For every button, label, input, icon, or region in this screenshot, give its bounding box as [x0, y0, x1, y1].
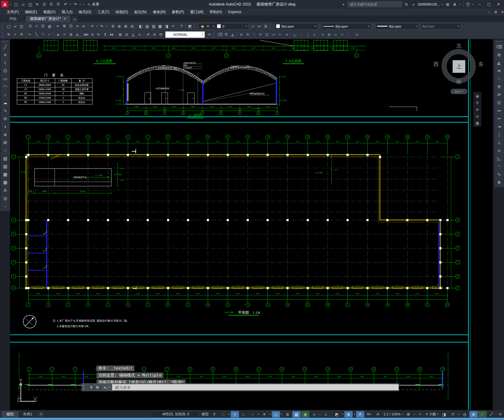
- trim2-icon[interactable]: ✂: [277, 31, 283, 38]
- mark-edit-icon[interactable]: ✎: [6, 31, 12, 38]
- ellipse-arc-icon[interactable]: ◖: [1, 123, 9, 131]
- dim-inspect-icon[interactable]: ◬: [130, 31, 136, 38]
- command-drag-handle[interactable]: [83, 385, 87, 390]
- copy-clip-icon[interactable]: ⧉: [61, 23, 68, 29]
- array-icon[interactable]: ∷: [495, 75, 503, 83]
- table-icon[interactable]: ▦: [1, 178, 9, 186]
- quick-calc-icon[interactable]: ⌗: [170, 23, 176, 29]
- insert-block-icon[interactable]: ⧈: [1, 131, 9, 138]
- offset-icon[interactable]: ≋: [495, 67, 503, 75]
- search-icon[interactable]: ⚲: [402, 0, 411, 9]
- dim-angular-icon[interactable]: ∠: [74, 31, 81, 38]
- dim-aligned-icon[interactable]: ╲: [33, 31, 40, 38]
- account-caret-icon[interactable]: ▾: [441, 3, 444, 6]
- ortho-mode-icon[interactable]: ∟: [240, 411, 248, 418]
- dim-spacing-icon[interactable]: ⇕: [102, 31, 108, 38]
- mirror2-icon[interactable]: ◭: [229, 31, 236, 38]
- fillet2-icon[interactable]: ◝: [298, 31, 305, 38]
- menu-item-10[interactable]: 窗口(W): [187, 9, 207, 15]
- dim-baseline-icon[interactable]: ≡: [89, 31, 96, 38]
- extend2-icon[interactable]: ⇥: [283, 31, 290, 38]
- dim-break-icon[interactable]: ⋈: [108, 31, 115, 38]
- annotation-visibility-icon[interactable]: A: [356, 411, 364, 418]
- plot-button[interactable]: ⎙: [41, 1, 48, 8]
- make-block-icon[interactable]: ⊞: [1, 138, 9, 146]
- mark-stack-icon[interactable]: ≞: [18, 31, 25, 38]
- doc-close-button[interactable]: ✕: [499, 9, 504, 15]
- circle-icon[interactable]: ○: [1, 91, 9, 99]
- dynamic-input-icon[interactable]: ⊹: [231, 411, 239, 418]
- new-file-button[interactable]: ▢: [13, 1, 20, 8]
- point-style-icon[interactable]: ◦: [1, 202, 9, 210]
- autodesk-caret-icon[interactable]: ▾: [459, 3, 461, 6]
- redo-icon[interactable]: ↷: [98, 23, 105, 29]
- explode2-icon[interactable]: ⊗: [326, 31, 332, 38]
- 3d-object-snap-icon[interactable]: ◇: [310, 411, 318, 418]
- array2-icon[interactable]: ∷: [251, 31, 257, 38]
- erase-icon[interactable]: ⌫: [495, 43, 503, 51]
- save-icon[interactable]: ◫: [18, 23, 25, 29]
- line-icon[interactable]: ╱: [1, 43, 9, 51]
- blend2-icon[interactable]: ∿: [320, 31, 326, 38]
- security-icon[interactable]: ✓: [478, 411, 487, 418]
- tab-active-drawing[interactable]: 圆弧钢管厂房设计* ✕: [26, 16, 70, 22]
- open-file-button[interactable]: ▱: [20, 1, 27, 8]
- infocenter-icon[interactable]: ◩: [187, 23, 193, 29]
- multiple-points-icon[interactable]: ∷: [1, 146, 9, 154]
- nav-pan-icon[interactable]: ✣: [474, 99, 481, 106]
- ellipse-icon[interactable]: ⊖: [1, 115, 9, 123]
- viewcube[interactable]: 上 北 南 西 东 WCS▾: [427, 42, 493, 96]
- menu-item-3[interactable]: 插入(I): [59, 9, 75, 15]
- paste-icon[interactable]: ⎗: [68, 23, 74, 29]
- dim-diameter-icon[interactable]: ⊘: [68, 31, 74, 38]
- doc-minimize-button[interactable]: –: [486, 9, 492, 15]
- customization-icon[interactable]: ≡: [496, 411, 504, 418]
- break-at-point-icon[interactable]: ⊥: [495, 138, 503, 146]
- dim-update-icon[interactable]: ⟳: [158, 31, 164, 38]
- command-input[interactable]: [112, 384, 399, 390]
- cut-icon[interactable]: ✂: [55, 23, 61, 29]
- zoom-window-icon[interactable]: ⊞: [123, 23, 129, 29]
- zoom-realtime-icon[interactable]: ⊕: [116, 23, 123, 29]
- user-icon[interactable]: ●: [410, 1, 416, 7]
- publish-icon[interactable]: ⎘: [40, 23, 46, 29]
- maximize-button[interactable]: ▢: [485, 1, 493, 8]
- viewcube-west-label[interactable]: 西: [434, 61, 439, 68]
- menu-item-0[interactable]: 文件(F): [4, 9, 22, 15]
- units-dropdown[interactable]: ≡小数▾: [424, 411, 440, 418]
- recent-commands-button[interactable]: ▸_▾: [102, 384, 112, 390]
- nav-motion-icon[interactable]: ▣: [474, 119, 481, 126]
- plot-icon[interactable]: ⎙: [27, 23, 33, 29]
- graphics-performance-icon[interactable]: ⊘: [469, 411, 478, 418]
- tool-palettes-icon[interactable]: ▥: [150, 23, 157, 29]
- stretch2-icon[interactable]: ↦: [270, 31, 277, 38]
- dim-jogged-icon[interactable]: ≈: [61, 31, 68, 38]
- dimstyle-dropdown[interactable]: NORMAL▾: [165, 31, 205, 38]
- chamfer2-icon[interactable]: ◺: [292, 31, 298, 38]
- offset2-icon[interactable]: ≋: [238, 31, 244, 38]
- zoom-previous-icon[interactable]: ⊟: [129, 23, 135, 29]
- break2-icon[interactable]: ¦: [305, 31, 311, 38]
- menu-item-9[interactable]: 参数(P): [169, 9, 187, 15]
- save-button[interactable]: ◫: [27, 1, 34, 8]
- save-as-button[interactable]: ✎: [34, 1, 41, 8]
- menu-item-7[interactable]: 标注(N): [131, 9, 150, 15]
- command-bar[interactable]: ✕ ⚙ ▸_▾: [81, 383, 399, 391]
- layer-states-icon[interactable]: ≣: [263, 23, 269, 29]
- navigation-bar[interactable]: ◉✣⊕⊚▣: [473, 92, 481, 127]
- command-close-icon[interactable]: ✕: [88, 385, 94, 390]
- new-icon[interactable]: ▢: [6, 23, 12, 29]
- gizmo-icon[interactable]: ⊚: [344, 411, 353, 418]
- dim-edit-icon[interactable]: ✐: [145, 31, 151, 38]
- menu-item-6[interactable]: 绘图(D): [112, 9, 131, 15]
- extend-icon[interactable]: ⇥: [495, 123, 503, 131]
- logo-caret-icon[interactable]: ▾: [9, 3, 12, 6]
- lineweight-icon[interactable]: ≣: [283, 411, 292, 418]
- undo-button-caret[interactable]: ▾: [69, 1, 72, 8]
- quick-properties-icon[interactable]: ◨: [440, 411, 448, 418]
- model-space-button[interactable]: 模型: [200, 411, 210, 418]
- help-caret-icon[interactable]: ▾: [472, 3, 474, 6]
- mark-verify-icon[interactable]: ✓: [12, 31, 18, 38]
- tab-start[interactable]: 开始: [1, 16, 25, 22]
- dim-arc-length-icon[interactable]: ◠: [40, 31, 46, 38]
